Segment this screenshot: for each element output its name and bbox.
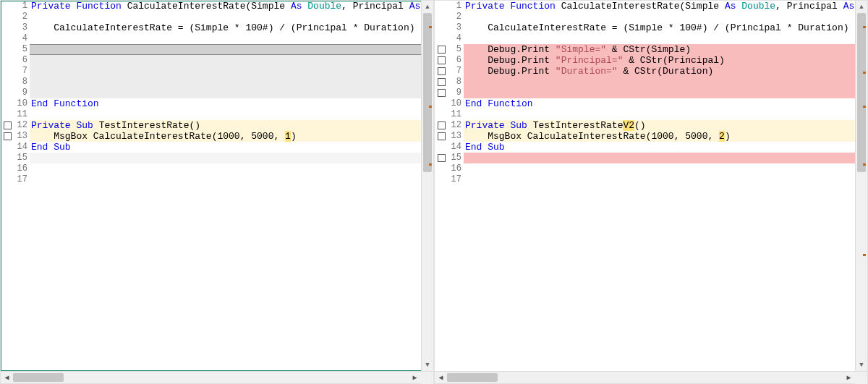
code-cell[interactable] (30, 44, 421, 55)
code-row[interactable]: 2 (1, 12, 421, 22)
code-cell[interactable] (464, 109, 855, 120)
code-cell[interactable] (30, 88, 421, 98)
diff-checkbox[interactable] (4, 121, 12, 129)
line-number: 12 (14, 120, 30, 131)
code-cell[interactable] (30, 153, 421, 163)
diff-checkbox[interactable] (438, 154, 446, 162)
code-cell[interactable]: Private Function CalculateInterestRate(S… (30, 1, 421, 12)
horizontal-scroll-track[interactable] (447, 372, 843, 384)
code-row[interactable]: 14End Sub (435, 142, 855, 153)
code-cell[interactable] (464, 33, 855, 44)
right-horizontal-scrollbar[interactable]: ◀▶ (435, 371, 867, 383)
code-row[interactable]: 5 (1, 44, 421, 55)
code-cell[interactable]: Private Sub TestInterestRateV2() (464, 120, 855, 131)
code-cell[interactable] (464, 88, 855, 98)
horizontal-scroll-thumb[interactable] (13, 373, 64, 382)
code-cell[interactable] (30, 33, 421, 44)
code-row[interactable]: 16 (435, 163, 855, 174)
code-cell[interactable] (464, 12, 855, 22)
code-cell[interactable] (30, 66, 421, 77)
code-cell[interactable] (30, 174, 421, 185)
code-row[interactable]: 15 (1, 153, 421, 163)
code-cell[interactable]: End Sub (30, 142, 421, 153)
left-code-area[interactable]: 1Private Function CalculateInterestRate(… (1, 1, 421, 371)
code-row[interactable]: 14End Sub (1, 142, 421, 153)
code-row[interactable]: 1Private Function CalculateInterestRate(… (435, 1, 855, 12)
code-row[interactable]: 13 MsgBox CalculateInterestRate(1000, 50… (435, 131, 855, 142)
code-cell[interactable]: End Function (464, 98, 855, 109)
code-row[interactable]: 3 CalculateInterestRate = (Simple * 100#… (435, 22, 855, 33)
horizontal-scroll-track[interactable] (13, 372, 409, 384)
diff-checkbox[interactable] (4, 132, 12, 140)
code-cell[interactable] (464, 174, 855, 185)
code-cell[interactable] (30, 109, 421, 120)
code-row[interactable]: 8 (1, 77, 421, 88)
diff-checkbox[interactable] (438, 46, 446, 54)
code-row[interactable]: 4 (435, 33, 855, 44)
code-row[interactable]: 5 Debug.Print "Simple=" & CStr(Simple) (435, 44, 855, 55)
code-row[interactable]: 2 (435, 12, 855, 22)
code-cell[interactable]: Debug.Print "Principal=" & CStr(Principa… (464, 55, 855, 66)
code-row[interactable]: 3 CalculateInterestRate = (Simple * 100#… (1, 22, 421, 33)
code-cell[interactable]: MsgBox CalculateInterestRate(1000, 5000,… (464, 131, 855, 142)
scroll-right-arrow-icon[interactable]: ▶ (843, 372, 855, 384)
code-cell[interactable]: End Function (30, 98, 421, 109)
code-row[interactable]: 9 (1, 88, 421, 98)
scroll-up-arrow-icon[interactable]: ▲ (856, 1, 867, 13)
code-cell[interactable]: Private Function CalculateInterestRate(S… (464, 1, 855, 12)
scroll-left-arrow-icon[interactable]: ◀ (435, 372, 447, 384)
code-cell[interactable]: MsgBox CalculateInterestRate(1000, 5000,… (30, 131, 421, 142)
code-cell[interactable]: Debug.Print "Duration=" & CStr(Duration) (464, 66, 855, 77)
right-vertical-scrollbar[interactable]: ▲▼ (855, 1, 867, 371)
diff-checkbox[interactable] (438, 56, 446, 64)
diff-checkbox[interactable] (438, 78, 446, 86)
vertical-scroll-thumb[interactable] (857, 13, 866, 172)
row-marker (1, 109, 14, 120)
scroll-right-arrow-icon[interactable]: ▶ (409, 372, 421, 384)
code-row[interactable]: 10End Function (435, 98, 855, 109)
code-cell[interactable] (464, 163, 855, 174)
code-row[interactable]: 6 Debug.Print "Principal=" & CStr(Princi… (435, 55, 855, 66)
scroll-left-arrow-icon[interactable]: ◀ (1, 372, 13, 384)
code-row[interactable]: 9 (435, 88, 855, 98)
code-cell[interactable] (30, 77, 421, 88)
code-cell[interactable]: End Sub (464, 142, 855, 153)
code-row[interactable]: 7 Debug.Print "Duration=" & CStr(Duratio… (435, 66, 855, 77)
left-horizontal-scrollbar[interactable]: ◀▶ (1, 371, 433, 383)
code-row[interactable]: 6 (1, 55, 421, 66)
right-code-area[interactable]: 1Private Function CalculateInterestRate(… (435, 1, 855, 371)
code-cell[interactable] (30, 12, 421, 22)
left-vertical-scrollbar[interactable]: ▲▼ (421, 1, 433, 371)
code-cell[interactable]: Debug.Print "Simple=" & CStr(Simple) (464, 44, 855, 55)
code-cell[interactable] (464, 77, 855, 88)
scroll-down-arrow-icon[interactable]: ▼ (856, 359, 867, 371)
horizontal-scroll-thumb[interactable] (447, 373, 498, 382)
diff-checkbox[interactable] (438, 132, 446, 140)
code-row[interactable]: 16 (1, 163, 421, 174)
code-row[interactable]: 12Private Sub TestInterestRate() (1, 120, 421, 131)
scroll-down-arrow-icon[interactable]: ▼ (422, 359, 433, 371)
code-row[interactable]: 7 (1, 66, 421, 77)
code-row[interactable]: 13 MsgBox CalculateInterestRate(1000, 50… (1, 131, 421, 142)
code-row[interactable]: 17 (435, 174, 855, 185)
code-row[interactable]: 4 (1, 33, 421, 44)
code-row[interactable]: 1Private Function CalculateInterestRate(… (1, 1, 421, 12)
scroll-up-arrow-icon[interactable]: ▲ (422, 1, 433, 13)
code-cell[interactable] (30, 163, 421, 174)
code-cell[interactable]: CalculateInterestRate = (Simple * 100#) … (30, 22, 421, 33)
code-row[interactable]: 15 (435, 153, 855, 163)
diff-checkbox[interactable] (438, 121, 446, 129)
code-cell[interactable]: Private Sub TestInterestRate() (30, 120, 421, 131)
vertical-scroll-thumb[interactable] (423, 13, 432, 172)
code-cell[interactable] (30, 55, 421, 66)
diff-checkbox[interactable] (438, 89, 446, 97)
code-row[interactable]: 11 (1, 109, 421, 120)
code-row[interactable]: 10End Function (1, 98, 421, 109)
code-row[interactable]: 12Private Sub TestInterestRateV2() (435, 120, 855, 131)
code-row[interactable]: 17 (1, 174, 421, 185)
diff-checkbox[interactable] (438, 67, 446, 75)
code-row[interactable]: 8 (435, 77, 855, 88)
code-row[interactable]: 11 (435, 109, 855, 120)
code-cell[interactable] (464, 153, 855, 163)
code-cell[interactable]: CalculateInterestRate = (Simple * 100#) … (464, 22, 855, 33)
